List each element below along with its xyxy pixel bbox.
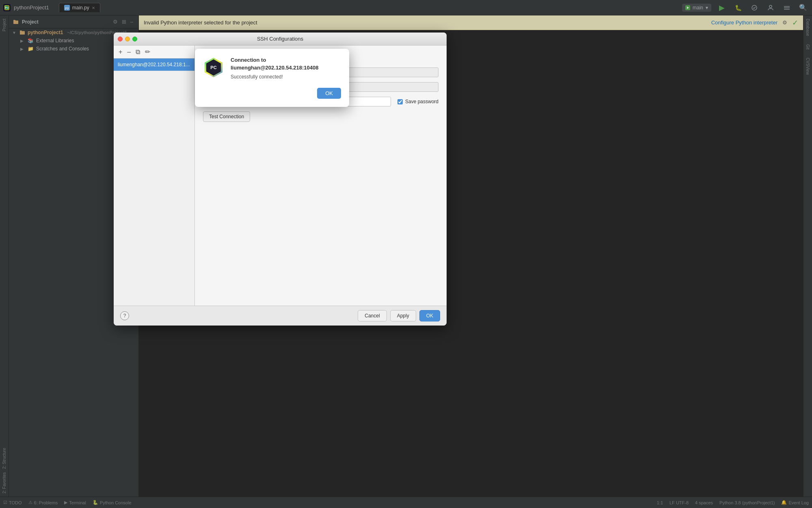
cancel-button[interactable]: Cancel (358, 310, 387, 321)
save-password-row: Save password (397, 99, 438, 104)
popup-ok-button[interactable]: OK (317, 88, 341, 99)
svg-text:PC: PC (210, 65, 216, 70)
ok-button[interactable]: OK (419, 310, 440, 321)
popup-footer: OK (203, 88, 341, 99)
test-connection-button[interactable]: Test Connection (203, 111, 250, 122)
ssh-dialog-title: SSH Configurations (120, 36, 440, 42)
ssh-edit-btn[interactable]: ✏ (143, 47, 152, 56)
maximize-traffic-light[interactable] (132, 37, 137, 41)
ssh-list-toolbar: + – ⧉ ✏ (114, 46, 194, 59)
save-password-label: Save password (405, 99, 438, 104)
popup-title-line1: Connection to (231, 57, 341, 63)
popup-host: liumenghan@202.120.54.218:10408 (231, 65, 341, 71)
ssh-list-panel: + – ⧉ ✏ liumenghan@202.120.54.218:1... (114, 46, 195, 306)
popup-text: Connection to liumenghan@202.120.54.218:… (231, 57, 341, 80)
ssh-remove-btn[interactable]: – (125, 48, 132, 56)
connection-success-popup: PC Connection to liumenghan@202.120.54.2… (195, 49, 349, 107)
popup-content: PC Connection to liumenghan@202.120.54.2… (203, 57, 341, 80)
minimize-traffic-light[interactable] (125, 37, 130, 41)
pycharm-logo-icon: PC (203, 57, 224, 78)
apply-button[interactable]: Apply (390, 310, 416, 321)
ssh-add-btn[interactable]: + (117, 48, 124, 56)
ssh-dialog-footer: ? Cancel Apply OK (114, 306, 447, 326)
help-button[interactable]: ? (120, 311, 129, 320)
test-connection-row: Test Connection (203, 111, 438, 122)
save-password-checkbox[interactable] (397, 99, 403, 104)
traffic-lights (118, 37, 137, 41)
close-traffic-light[interactable] (118, 37, 123, 41)
ssh-list-item[interactable]: liumenghan@202.120.54.218:1... (114, 59, 194, 71)
popup-success-msg: Successfully connected! (231, 74, 341, 80)
ssh-dialog-titlebar: SSH Configurations (114, 33, 447, 46)
ssh-copy-btn[interactable]: ⧉ (134, 48, 142, 56)
